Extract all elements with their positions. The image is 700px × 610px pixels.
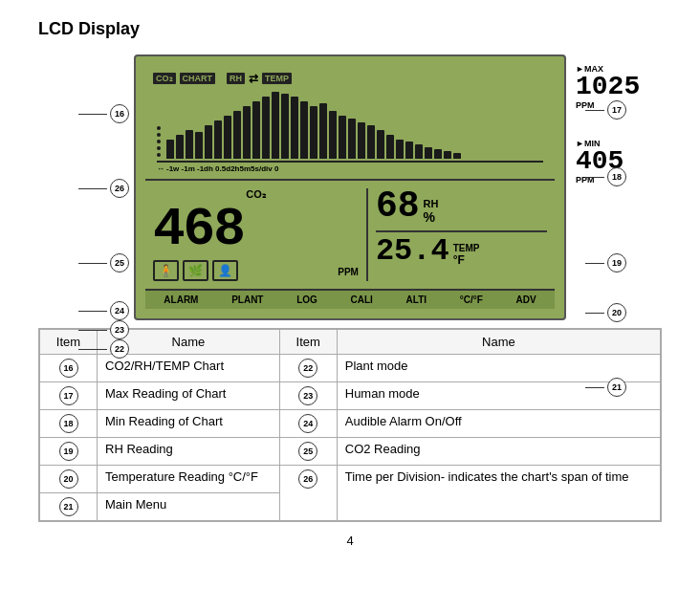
lcd-screen: CO₂ CHART RH ⇄ TEMP xyxy=(134,54,566,320)
annotation-16: 16 xyxy=(78,104,129,123)
item-cell: 20 xyxy=(40,466,98,493)
items-table: Item Name Item Name 16 CO2/RH/TEMP Chart… xyxy=(39,329,661,521)
annotation-26: 26 xyxy=(78,179,129,198)
name-cell: Main Menu xyxy=(98,493,280,521)
bar xyxy=(386,135,394,159)
item-cell: 17 xyxy=(40,382,98,410)
bar xyxy=(281,94,289,159)
bar xyxy=(205,125,212,159)
co2-value: 468 xyxy=(153,203,244,256)
axis-time-labels: -1w -1m -1dh 0.5d2h5m5s/div 0 xyxy=(166,164,278,173)
temp-degree: °F xyxy=(453,253,480,267)
menu-log[interactable]: LOG xyxy=(296,294,317,305)
item-cell: 19 xyxy=(40,438,98,466)
temp-badge: TEMP xyxy=(262,73,292,84)
reference-table: Item Name Item Name 16 CO2/RH/TEMP Chart… xyxy=(38,328,662,522)
bar xyxy=(262,97,270,159)
chart-header: CO₂ CHART RH ⇄ TEMP xyxy=(153,72,547,85)
table-row: 17 Max Reading of Chart 23 Human mode xyxy=(40,382,661,410)
bar xyxy=(195,132,203,159)
table-row: 18 Min Reading of Chart 24 Audible Alarm… xyxy=(40,410,661,438)
bar xyxy=(367,125,375,159)
alarm-icon-extra: 👤 xyxy=(212,260,238,281)
bar xyxy=(415,144,423,159)
temp-section: 25.4 TEMP °F xyxy=(376,236,547,267)
bar xyxy=(272,92,279,159)
rh-section: 68 RH % xyxy=(376,188,547,232)
table-row: 20 Temperature Reading °C/°F 26 Time per… xyxy=(40,466,661,493)
name-cell: Min Reading of Chart xyxy=(98,410,280,438)
co2-label: CO₂ xyxy=(246,188,266,201)
bar xyxy=(405,142,413,159)
menu-alarm[interactable]: ALARM xyxy=(164,294,198,305)
temp-unit: TEMP °F xyxy=(453,243,480,267)
temp-label: TEMP xyxy=(453,243,480,253)
reading-area: CO₂ 468 🧍 🌿 👤 PPM 68 xyxy=(145,181,555,289)
bar xyxy=(214,120,222,159)
bar xyxy=(300,101,308,159)
co2-bottom-row: 🧍 🌿 👤 PPM xyxy=(153,256,359,281)
bar xyxy=(186,130,193,159)
name-cell: Max Reading of Chart xyxy=(98,382,280,410)
annotation-23: 23 xyxy=(78,320,129,339)
bar xyxy=(252,101,260,159)
rh-badge: RH xyxy=(227,73,245,84)
bar xyxy=(329,111,337,159)
annotation-18: 18 xyxy=(585,167,626,186)
left-annotations: 16 26 25 24 23 22 xyxy=(38,54,129,320)
annotation-25: 25 xyxy=(78,253,129,272)
chart-axis-labels: ↔ -1w -1m -1dh 0.5d2h5m5s/div 0 xyxy=(153,163,547,175)
item-cell: 23 xyxy=(279,382,337,410)
chart-area: CO₂ CHART RH ⇄ TEMP xyxy=(145,66,555,181)
bar xyxy=(358,122,365,159)
annotation-17: 17 xyxy=(585,100,626,120)
table-row: 16 CO2/RH/TEMP Chart 22 Plant mode xyxy=(40,355,661,382)
name-cell: RH Reading xyxy=(98,438,280,466)
bar xyxy=(444,151,451,159)
bar xyxy=(310,106,317,159)
bar-chart xyxy=(153,89,547,161)
chart-badge: CHART xyxy=(180,73,216,84)
dots-column xyxy=(157,126,161,159)
arrow-badge: ⇄ xyxy=(249,72,258,85)
item-cell: 24 xyxy=(279,410,337,438)
bar xyxy=(166,140,174,159)
rh-label: RH xyxy=(424,198,439,209)
menu-cali[interactable]: CALI xyxy=(351,294,373,305)
menu-alti[interactable]: ALTI xyxy=(406,294,427,305)
bar xyxy=(396,140,404,159)
item-cell: 22 xyxy=(279,355,337,382)
annotation-24: 24 xyxy=(78,301,129,320)
col-header-name2: Name xyxy=(337,330,660,355)
alarm-icon-person1: 🧍 xyxy=(153,260,179,281)
item-cell: 21 xyxy=(40,493,98,521)
page-number: 4 xyxy=(38,534,662,548)
temp-value: 25.4 xyxy=(376,236,449,267)
annotation-20: 20 xyxy=(585,303,626,322)
bar xyxy=(243,106,251,159)
annotation-22: 22 xyxy=(78,339,129,359)
co2-chart-badge: CO₂ xyxy=(153,73,176,84)
bar xyxy=(339,116,346,159)
menu-bar: ALARM PLANT LOG CALI ALTI °C/°F ADV xyxy=(145,289,555,309)
co2-reading-section: CO₂ 468 🧍 🌿 👤 PPM xyxy=(153,188,368,281)
name-cell: CO2 Reading xyxy=(337,438,660,466)
rh-temp-section: 68 RH % 25.4 TEMP °F xyxy=(368,188,547,281)
bar xyxy=(425,147,432,159)
page-title: LCD Display xyxy=(38,19,662,39)
name-cell: Temperature Reading °C/°F xyxy=(98,466,280,493)
menu-adv[interactable]: ADV xyxy=(516,294,536,305)
name-cell: Time per Division- indicates the chart's… xyxy=(337,466,660,521)
bar xyxy=(176,135,184,159)
axis-arrow: ↔ xyxy=(157,164,164,173)
rh-unit: RH % xyxy=(424,198,439,225)
bar xyxy=(434,149,442,159)
bar xyxy=(319,103,327,159)
bar xyxy=(348,119,356,159)
name-cell: Audible Alarm On/Off xyxy=(337,410,660,438)
rh-value: 68 xyxy=(376,188,420,225)
annotation-21: 21 xyxy=(585,378,626,397)
bar xyxy=(377,130,384,159)
menu-plant[interactable]: PLANT xyxy=(231,294,263,305)
menu-cf[interactable]: °C/°F xyxy=(460,294,483,305)
